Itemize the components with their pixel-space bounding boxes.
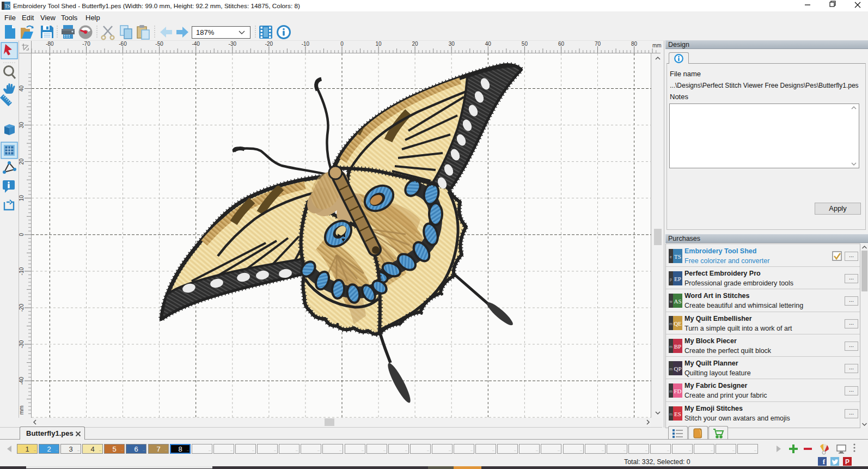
svg-text:mm: mm <box>19 406 25 415</box>
svg-text:20: 20 <box>412 41 419 47</box>
svg-text:-20: -20 <box>265 41 273 47</box>
svg-text:0: 0 <box>340 41 344 47</box>
svg-text:50: 50 <box>522 41 528 47</box>
svg-text:80: 80 <box>631 41 638 47</box>
svg-text:EP: EP <box>674 276 681 282</box>
svg-text:0: 0 <box>19 233 25 236</box>
svg-text:30: 30 <box>449 41 455 47</box>
svg-text:-40: -40 <box>19 376 25 385</box>
svg-text:e: e <box>670 255 672 259</box>
svg-text:m: m <box>669 389 673 393</box>
svg-text:AS: AS <box>674 298 681 304</box>
svg-text:40: 40 <box>485 41 492 47</box>
svg-text:60: 60 <box>558 41 565 47</box>
svg-text:-30: -30 <box>229 41 237 47</box>
svg-text:p: p <box>670 277 672 282</box>
svg-text:TS: TS <box>5 4 10 9</box>
svg-text:QP: QP <box>674 366 681 372</box>
svg-text:30: 30 <box>19 122 25 129</box>
svg-text:-70: -70 <box>82 41 90 47</box>
svg-text:-50: -50 <box>155 41 163 47</box>
svg-text:-10: -10 <box>19 267 25 275</box>
svg-text:w: w <box>669 300 673 303</box>
svg-text:-10: -10 <box>302 41 310 47</box>
svg-text:FD: FD <box>674 388 681 394</box>
svg-text:QE: QE <box>674 320 682 327</box>
svg-text:-60: -60 <box>119 41 127 47</box>
svg-text:70: 70 <box>595 41 601 47</box>
svg-text:m: m <box>669 322 673 326</box>
svg-text:f: f <box>823 458 826 466</box>
svg-text:20: 20 <box>19 159 25 165</box>
svg-text:40: 40 <box>19 86 25 92</box>
svg-text:P: P <box>845 458 849 466</box>
svg-text:-30: -30 <box>19 340 25 348</box>
svg-text:10: 10 <box>19 195 25 202</box>
svg-text:ES: ES <box>674 411 681 417</box>
svg-text:-80: -80 <box>46 41 54 47</box>
svg-text:m: m <box>669 367 673 371</box>
svg-text:BP: BP <box>674 343 681 350</box>
svg-text:-20: -20 <box>19 303 25 312</box>
svg-text:-40: -40 <box>192 41 200 47</box>
svg-text:m: m <box>669 412 673 416</box>
svg-text:m: m <box>669 345 673 349</box>
svg-text:TS: TS <box>674 253 681 260</box>
svg-text:10: 10 <box>376 41 382 47</box>
